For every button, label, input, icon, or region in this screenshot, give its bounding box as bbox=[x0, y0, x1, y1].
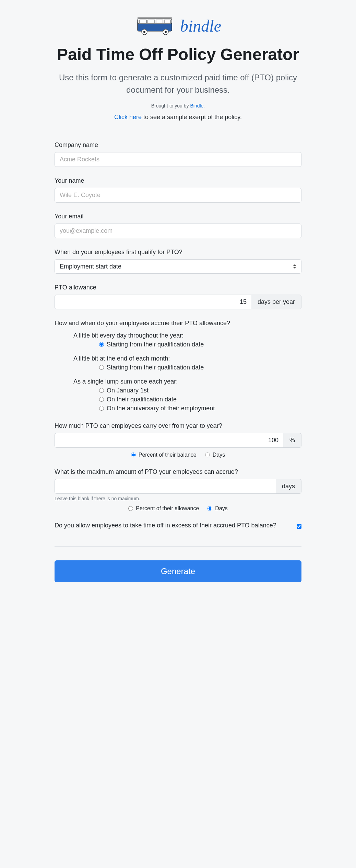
page-subtitle: Use this form to generate a customized p… bbox=[55, 71, 301, 96]
your-email-label: Your email bbox=[55, 213, 301, 220]
maxaccrue-percent-label[interactable]: Percent of their allowance bbox=[136, 505, 199, 512]
your-email-input[interactable] bbox=[55, 224, 301, 238]
accrue-lump-qual-radio[interactable] bbox=[99, 397, 104, 402]
qualify-label: When do your employees first qualify for… bbox=[55, 249, 301, 256]
your-name-label: Your name bbox=[55, 177, 301, 184]
accrue-lump-jan1-label[interactable]: On January 1st bbox=[107, 387, 149, 394]
company-name-input[interactable] bbox=[55, 152, 301, 167]
brought-by: Brought to you by Bindle. bbox=[55, 103, 301, 108]
accrue-heading-daily: A little bit every day throughout the ye… bbox=[73, 332, 301, 339]
excess-label: Do you allow employees to take time off … bbox=[55, 522, 290, 529]
van-icon bbox=[135, 14, 176, 38]
maxaccrue-days-radio[interactable] bbox=[207, 506, 212, 511]
excess-checkbox[interactable] bbox=[297, 524, 301, 529]
accrue-lump-jan1-radio[interactable] bbox=[99, 388, 104, 393]
allowance-label: PTO allowance bbox=[55, 284, 301, 291]
accrue-heading-monthly: A little bit at the end of each month: bbox=[73, 355, 301, 362]
page-title: Paid Time Off Policy Generator bbox=[55, 45, 301, 65]
accrue-daily-qual-radio[interactable] bbox=[99, 342, 104, 347]
accrue-lump-anniv-radio[interactable] bbox=[99, 406, 104, 411]
your-name-input[interactable] bbox=[55, 188, 301, 203]
sample-line: Click here to see a sample exerpt of the… bbox=[55, 114, 301, 121]
maxaccrue-label: What is the maximum amount of PTO your e… bbox=[55, 468, 301, 476]
brand-text: bindle bbox=[180, 16, 221, 35]
bindle-link[interactable]: Bindle bbox=[190, 103, 203, 108]
carryover-percent-radio[interactable] bbox=[131, 453, 136, 457]
svg-rect-5 bbox=[164, 20, 170, 23]
accrue-lump-anniv-label[interactable]: On the anniversary of their employment bbox=[107, 405, 215, 412]
accrue-lump-qual-label[interactable]: On their qualification date bbox=[107, 396, 177, 403]
carryover-days-radio[interactable] bbox=[205, 453, 210, 457]
accrue-daily-qual-label[interactable]: Starting from their qualification date bbox=[107, 341, 204, 348]
svg-rect-10 bbox=[138, 18, 172, 19]
maxaccrue-help: Leave this blank if there is no maximum. bbox=[55, 496, 301, 501]
svg-rect-4 bbox=[156, 20, 163, 23]
carryover-unit: % bbox=[283, 433, 301, 448]
svg-point-9 bbox=[165, 31, 167, 33]
maxaccrue-unit: days bbox=[276, 479, 301, 494]
sample-link[interactable]: Click here bbox=[114, 114, 142, 121]
accrue-monthly-qual-radio[interactable] bbox=[99, 365, 104, 370]
carryover-label: How much PTO can employees carry over fr… bbox=[55, 422, 301, 430]
svg-rect-3 bbox=[148, 20, 155, 23]
brand-logo: bindle bbox=[55, 14, 301, 38]
divider bbox=[55, 546, 301, 547]
maxaccrue-days-label[interactable]: Days bbox=[215, 505, 227, 512]
qualify-select[interactable]: Employment start date bbox=[55, 259, 301, 274]
accrue-monthly-qual-label[interactable]: Starting from their qualification date bbox=[107, 364, 204, 371]
accrue-label: How and when do your employees accrue th… bbox=[55, 320, 301, 327]
svg-point-7 bbox=[143, 31, 145, 33]
allowance-unit: days per year bbox=[251, 295, 301, 309]
allowance-input[interactable] bbox=[55, 295, 251, 309]
carryover-percent-label[interactable]: Percent of their balance bbox=[139, 452, 197, 458]
maxaccrue-percent-radio[interactable] bbox=[128, 506, 133, 511]
maxaccrue-input[interactable] bbox=[55, 479, 276, 494]
company-name-label: Company name bbox=[55, 141, 301, 149]
svg-rect-2 bbox=[140, 20, 146, 23]
generate-button[interactable]: Generate bbox=[55, 560, 301, 582]
carryover-input[interactable] bbox=[55, 433, 283, 448]
accrue-heading-lump: As a single lump sum once each year: bbox=[73, 378, 301, 385]
carryover-days-label[interactable]: Days bbox=[213, 452, 225, 458]
